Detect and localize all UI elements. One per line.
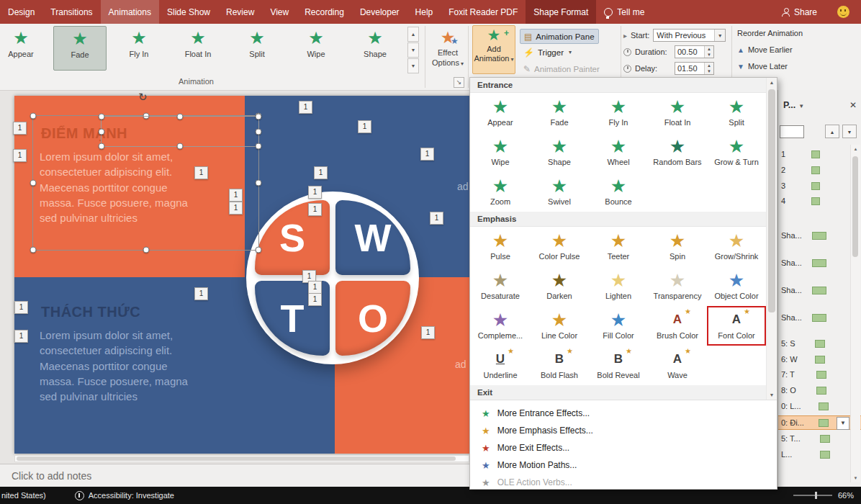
animation-pane-row[interactable]: 2 [778, 163, 861, 178]
effect-fly-in[interactable]: ★Fly In [589, 93, 648, 132]
animation-pane-row[interactable]: Sha... [778, 311, 861, 325]
effect-teeter[interactable]: ★Teeter [589, 227, 648, 266]
tab-transitions[interactable]: Transitions [42, 0, 100, 24]
menu-item-more-entrance-effects[interactable]: ★More Entrance Effects... [470, 405, 777, 422]
gallery-item-shape[interactable]: ★Shape [348, 26, 402, 71]
strengths-title[interactable]: ĐIỂM MẠNH [41, 125, 127, 142]
effect-options-button[interactable]: ★★ Effect Options▾ [429, 27, 466, 84]
scrollbar-thumb[interactable] [17, 456, 456, 461]
pane-scrollbar[interactable]: ▲ ▼ [850, 145, 860, 482]
dialog-launcher-icon[interactable]: ↘ [454, 77, 464, 88]
close-icon[interactable]: ✕ [849, 100, 857, 110]
animation-pane-row[interactable]: 7: T [778, 368, 861, 382]
animation-pane-row[interactable]: 0: Đi...▼ [778, 415, 861, 430]
effect-bounce[interactable]: ★Bounce [589, 172, 648, 212]
menu-item-more-motion-paths[interactable]: ★More Motion Paths... [470, 456, 777, 474]
tab-slide-show[interactable]: Slide Show [159, 0, 218, 24]
effect-transparency[interactable]: ★Transparency [648, 266, 707, 306]
scroll-up-icon[interactable]: ▲ [767, 78, 777, 87]
share-button[interactable]: Share [782, 7, 817, 17]
accessibility-status[interactable]: Accessibility: Investigate [75, 491, 174, 500]
effect-lighten[interactable]: ★Lighten [589, 266, 648, 306]
zoom-level[interactable]: 66% [838, 491, 854, 500]
threats-title[interactable]: THÁCH THỨC [41, 304, 140, 320]
gallery-more-icon[interactable]: ▼ [407, 58, 419, 73]
gallery-down-icon[interactable]: ▼ [407, 42, 419, 58]
scrollbar-thumb[interactable] [852, 156, 858, 257]
menu-scrollbar[interactable]: ▲ ▼ [766, 78, 777, 400]
increment-icon[interactable]: ▲ [705, 46, 713, 52]
effect-swivel[interactable]: ★Swivel [530, 172, 589, 212]
effect-desaturate[interactable]: ★Desaturate [471, 266, 530, 306]
effect-compleme[interactable]: ★Compleme... [471, 306, 530, 346]
effect-underline[interactable]: U★Underline [471, 346, 530, 385]
animation-painter-button[interactable]: ✎ Animation Painter [520, 62, 603, 76]
effect-spin[interactable]: ★Spin [648, 227, 707, 266]
animation-pane-row[interactable]: L... [778, 448, 861, 462]
menu-item-more-emphasis-effects[interactable]: ★More Emphasis Effects... [470, 422, 777, 439]
tab-review[interactable]: Review [218, 0, 262, 24]
scroll-down-icon[interactable]: ▼ [767, 390, 777, 400]
effect-pulse[interactable]: ★Pulse [471, 227, 530, 266]
animation-pane-row[interactable]: 0: L... [778, 400, 861, 414]
gallery-item-float-in[interactable]: ★Float In [171, 26, 225, 71]
scroll-up-icon[interactable]: ▲ [851, 145, 860, 153]
tab-view[interactable]: View [262, 0, 297, 24]
gallery-item-fly-in[interactable]: ★Fly In [112, 26, 166, 71]
effect-wheel[interactable]: ★Wheel [589, 132, 648, 172]
pane-move-up-button[interactable]: ▲ [825, 125, 839, 138]
language-status[interactable]: nited States) [1, 491, 46, 500]
scrollbar-thumb[interactable] [768, 89, 775, 312]
menu-item-more-exit-effects[interactable]: ★More Exit Effects... [470, 439, 777, 456]
chevron-down-icon[interactable]: ▼ [798, 103, 804, 109]
effect-bold-flash[interactable]: B★Bold Flash [530, 346, 589, 385]
tab-design[interactable]: Design [0, 0, 42, 24]
horizontal-scrollbar[interactable] [14, 455, 469, 462]
decrement-icon[interactable]: ▼ [705, 52, 713, 58]
effect-zoom[interactable]: ★Zoom [471, 172, 530, 212]
animation-pane-row[interactable]: Sha... [778, 229, 861, 243]
effect-fill-color[interactable]: ★Fill Color [589, 306, 648, 346]
trigger-button[interactable]: ⚡ Trigger ▾ [520, 45, 575, 59]
effect-split[interactable]: ★Split [707, 93, 766, 132]
move-later-button[interactable]: ▼ Move Later [737, 62, 788, 71]
tab-tell-me[interactable]: Tell me [596, 0, 652, 24]
effect-brush-color[interactable]: A★Brush Color [648, 306, 707, 346]
move-earlier-button[interactable]: ▲ Move Earlier [737, 45, 793, 54]
effect-line-color[interactable]: ★Line Color [530, 306, 589, 346]
gallery-item-fade[interactable]: ★Fade [53, 26, 107, 71]
pane-move-down-button[interactable]: ▼ [842, 125, 857, 138]
swot-circle[interactable]: S W T O [246, 192, 419, 364]
add-animation-button[interactable]: ★+ Add Animation▾ [472, 25, 515, 74]
animation-pane-row[interactable]: Sha... [778, 256, 861, 271]
effect-appear[interactable]: ★Appear [471, 93, 530, 132]
effect-random-bars[interactable]: ★Random Bars [648, 132, 707, 172]
effect-wave[interactable]: A★Wave [648, 346, 707, 385]
tab-recording[interactable]: Recording [297, 0, 352, 24]
animation-pane-row[interactable]: 5: T... [778, 432, 861, 446]
effect-bold-reveal[interactable]: B★Bold Reveal [589, 346, 648, 385]
feedback-smiley-icon[interactable] [837, 6, 849, 18]
animation-pane-row[interactable]: 4 [778, 194, 861, 209]
zoom-slider[interactable] [793, 495, 832, 496]
strengths-body-text[interactable]: Lorem ipsum dolor sit amet, consectetuer… [40, 149, 192, 225]
start-dropdown[interactable]: With Previous ▼ [653, 29, 726, 42]
pane-field[interactable] [780, 125, 804, 138]
effect-wipe[interactable]: ★Wipe [471, 132, 530, 172]
delay-stepper[interactable]: 01.50 ▲▼ [675, 62, 714, 75]
animation-pane-row[interactable]: 6: W [778, 353, 861, 367]
effect-shape[interactable]: ★Shape [530, 132, 589, 172]
animation-pane-row[interactable]: 8: O [778, 384, 861, 398]
scroll-down-icon[interactable]: ▼ [851, 474, 860, 482]
tab-foxit-reader-pdf[interactable]: Foxit Reader PDF [441, 0, 526, 24]
animation-pane-row[interactable]: 5: S [778, 337, 861, 351]
row-dropdown-icon[interactable]: ▼ [837, 417, 849, 430]
animation-pane-row[interactable]: Sha... [778, 284, 861, 298]
effect-darken[interactable]: ★Darken [530, 266, 589, 306]
gallery-up-icon[interactable]: ▲ [407, 27, 419, 42]
animation-pane-button[interactable]: ▤ Animation Pane [520, 29, 599, 44]
tab-shape-format[interactable]: Shape Format [526, 0, 596, 24]
increment-icon[interactable]: ▲ [705, 63, 713, 68]
tab-help[interactable]: Help [407, 0, 441, 24]
gallery-item-wipe[interactable]: ★Wipe [289, 26, 343, 71]
